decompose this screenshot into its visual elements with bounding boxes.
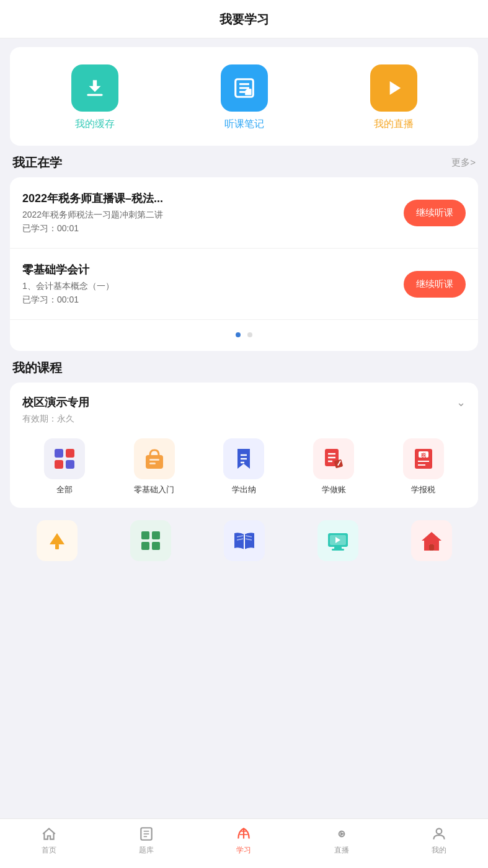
nav-home[interactable]: 首页 xyxy=(30,825,68,856)
quick-actions-card: 我的缓存 听课笔记 我的直播 xyxy=(10,47,478,146)
all-grid-icon xyxy=(51,445,78,472)
study-time-1: 已学习：00:01 xyxy=(22,223,394,234)
courses-title: 我的课程 xyxy=(12,360,62,376)
dot-active xyxy=(236,332,241,337)
partial-item-4[interactable] xyxy=(293,520,382,561)
svg-rect-8 xyxy=(55,460,63,469)
book-open-icon xyxy=(231,527,258,554)
course-validity: 有效期：永久 xyxy=(22,414,466,425)
live-icon xyxy=(370,64,417,112)
page-title: 我要学习 xyxy=(0,0,488,38)
arrow-up-icon xyxy=(43,527,71,554)
category-zero[interactable]: 零基础入门 xyxy=(112,438,197,495)
svg-rect-44 xyxy=(429,544,434,551)
course-card-title: 校区演示专用 xyxy=(22,395,89,410)
live-nav-icon xyxy=(333,825,350,843)
study-info-1: 2022年税务师直播课–税法... 2022年税务师税法一习题冲刺第二讲 已学习… xyxy=(22,191,394,234)
nav-home-label: 首页 xyxy=(42,845,56,856)
svg-rect-30 xyxy=(152,531,160,539)
notes-label: 听课笔记 xyxy=(224,118,264,131)
studying-section-header: 我正在学 更多> xyxy=(0,154,488,171)
play-svg xyxy=(382,76,406,100)
bag-icon xyxy=(141,445,168,472)
category-cashier[interactable]: 学出纳 xyxy=(202,438,286,495)
studying-more[interactable]: 更多> xyxy=(451,157,476,169)
studying-card: 2022年税务师直播课–税法... 2022年税务师税法一习题冲刺第二讲 已学习… xyxy=(10,177,478,351)
mine-icon xyxy=(430,825,448,843)
partial-item-1[interactable] xyxy=(12,520,101,561)
study-subtitle-2: 1、会计基本概念（一） xyxy=(22,281,394,292)
study-subtitle-1: 2022年税务师税法一习题冲刺第二讲 xyxy=(22,210,394,221)
study-time-2: 已学习：00:01 xyxy=(22,294,394,306)
study-info-2: 零基础学会计 1、会计基本概念（一） 已学习：00:01 xyxy=(22,262,394,306)
home-svg xyxy=(41,826,57,842)
svg-rect-10 xyxy=(146,455,163,469)
partial-item-2[interactable] xyxy=(106,520,195,561)
nav-mine[interactable]: 我的 xyxy=(420,825,458,856)
svg-rect-40 xyxy=(332,549,344,551)
notes-icon xyxy=(221,64,268,112)
zero-label: 零基础入门 xyxy=(134,484,174,495)
partial-icon-4 xyxy=(317,520,358,561)
quick-live-button[interactable]: 我的直播 xyxy=(370,64,417,131)
partial-item-3[interactable] xyxy=(200,520,288,561)
dot-inactive xyxy=(247,332,252,337)
continue-button-2[interactable]: 继续听课 xyxy=(404,271,466,298)
dots-indicator xyxy=(10,320,478,351)
cashier-label: 学出纳 xyxy=(232,484,256,495)
exam-svg xyxy=(138,826,154,842)
category-all[interactable]: 全部 xyxy=(22,438,107,495)
courses-section-header: 我的课程 xyxy=(0,360,488,376)
live-label: 我的直播 xyxy=(374,118,414,131)
svg-point-54 xyxy=(437,828,442,834)
zero-icon xyxy=(134,438,175,479)
course-categories-grid: 全部 零基础入门 xyxy=(22,438,466,495)
svg-rect-12 xyxy=(149,463,156,464)
all-icon xyxy=(44,438,85,479)
partial-categories-row xyxy=(0,514,488,611)
svg-marker-27 xyxy=(50,533,64,544)
nav-exam[interactable]: 题库 xyxy=(128,825,165,856)
nav-exam-label: 题库 xyxy=(139,845,154,856)
study-title-2: 零基础学会计 xyxy=(22,262,394,277)
svg-rect-11 xyxy=(149,459,159,461)
svg-rect-29 xyxy=(141,531,149,539)
svg-rect-32 xyxy=(152,542,160,550)
svg-rect-6 xyxy=(55,449,63,458)
nav-study[interactable]: 学习 xyxy=(225,825,262,856)
green-grid-icon xyxy=(137,527,164,554)
nav-live[interactable]: 直播 xyxy=(323,825,360,856)
svg-text:税: 税 xyxy=(420,452,427,458)
mine-svg xyxy=(431,826,447,842)
study-svg xyxy=(236,826,252,842)
partial-icon-3 xyxy=(224,520,265,561)
category-bookkeep[interactable]: 学做账 xyxy=(291,438,376,495)
study-item-1: 2022年税务师直播课–税法... 2022年税务师税法一习题冲刺第二讲 已学习… xyxy=(10,177,478,249)
courses-section: 我的课程 校区演示专用 ⌄ 有效期：永久 全部 xyxy=(0,360,488,611)
tax-icon-svg: 税 xyxy=(410,445,437,472)
exam-icon xyxy=(138,825,155,843)
category-tax[interactable]: 税 学报税 xyxy=(381,438,466,495)
bookkeep-label: 学做账 xyxy=(322,484,346,495)
nav-live-label: 直播 xyxy=(334,845,349,856)
continue-button-1[interactable]: 继续听课 xyxy=(404,200,466,226)
live-nav-svg xyxy=(334,826,350,842)
svg-rect-0 xyxy=(87,94,102,96)
doc-edit-icon xyxy=(320,445,347,472)
study-icon xyxy=(235,825,252,843)
quick-notes-button[interactable]: 听课笔记 xyxy=(221,64,268,131)
cashier-icon xyxy=(223,438,264,479)
tax-label: 学报税 xyxy=(411,484,435,495)
quick-cache-button[interactable]: 我的缓存 xyxy=(71,64,118,131)
monitor-icon xyxy=(324,527,352,554)
download-svg xyxy=(83,76,107,100)
partial-icon-2 xyxy=(130,520,171,561)
course-card-header: 校区演示专用 ⌄ xyxy=(22,395,466,410)
partial-icon-5 xyxy=(411,520,452,561)
cache-icon xyxy=(71,64,118,112)
partial-item-5[interactable] xyxy=(387,520,476,561)
nav-mine-label: 我的 xyxy=(432,845,446,856)
chevron-down-icon[interactable]: ⌄ xyxy=(456,396,466,409)
studying-title: 我正在学 xyxy=(12,154,62,171)
svg-marker-5 xyxy=(389,81,400,95)
